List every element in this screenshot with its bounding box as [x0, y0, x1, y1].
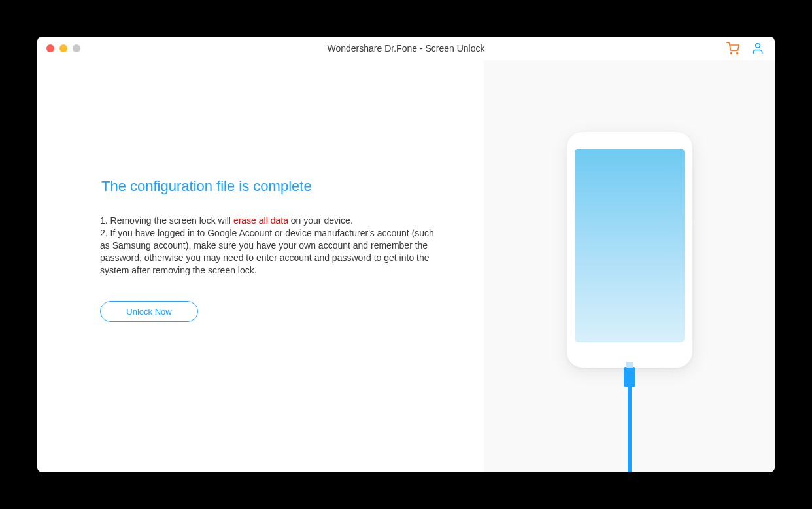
titlebar: Wondershare Dr.Fone - Screen Unlock [37, 37, 775, 60]
window-title: Wondershare Dr.Fone - Screen Unlock [328, 43, 485, 54]
maximize-window-button[interactable] [73, 44, 80, 52]
app-window: Wondershare Dr.Fone - Screen Unlock The … [37, 37, 775, 472]
page-heading: The configuration file is complete [101, 178, 438, 195]
usb-plug-icon [624, 367, 635, 387]
illustration-pane [484, 60, 775, 472]
svg-point-0 [731, 53, 732, 54]
usb-cable-icon [628, 387, 632, 472]
close-window-button[interactable] [46, 44, 54, 52]
window-body: The configuration file is complete 1. Re… [37, 60, 775, 472]
content-pane: The configuration file is complete 1. Re… [37, 60, 484, 472]
info-line-1: 1. Removing the screen lock will erase a… [100, 215, 438, 227]
info-line-2: 2. If you have logged in to Google Accou… [100, 227, 438, 277]
svg-point-1 [737, 53, 738, 54]
info-1-suffix: on your device. [288, 215, 353, 226]
info-1-prefix: 1. Removing the screen lock will [100, 215, 233, 226]
unlock-now-button[interactable]: Unlock Now [100, 301, 198, 322]
erase-warning: erase all data [233, 215, 288, 226]
info-block: 1. Removing the screen lock will erase a… [100, 215, 438, 276]
minimize-window-button[interactable] [59, 44, 67, 52]
header-actions [726, 42, 764, 55]
phone-screen [575, 149, 685, 342]
window-controls [37, 44, 80, 52]
phone-icon [567, 132, 692, 368]
user-icon[interactable] [751, 42, 764, 55]
cart-icon[interactable] [726, 42, 739, 55]
svg-point-2 [756, 44, 760, 48]
